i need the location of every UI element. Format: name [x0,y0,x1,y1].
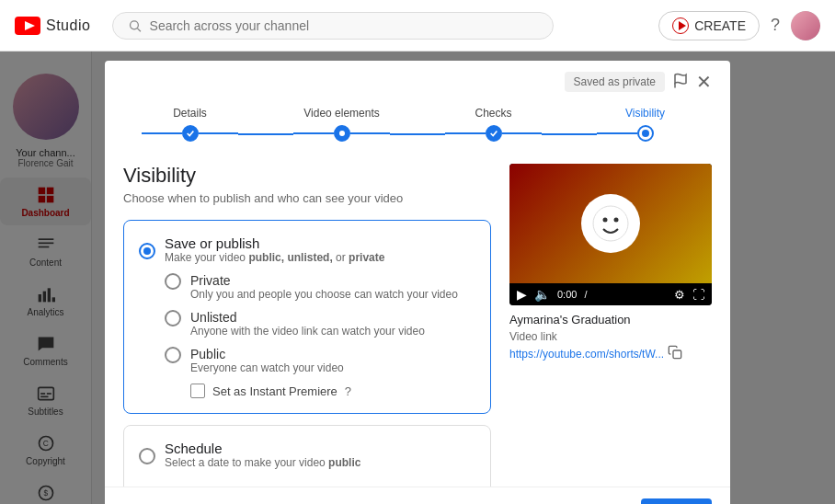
step-checks-label: Checks [475,107,511,120]
step-video-elements-circle [334,125,350,142]
close-button[interactable]: ✕ [696,73,712,91]
flag-icon [672,73,689,89]
flag-button[interactable] [672,73,689,92]
modal-header: Saved as private ✕ [105,61,730,92]
svg-point-32 [614,218,619,223]
svg-rect-33 [673,350,681,359]
youtube-icon [15,17,40,35]
sub-options: Private Only you and people you choose c… [139,273,475,398]
desc-bold: public, unlisted, [248,251,332,264]
svg-point-2 [131,20,139,29]
unlisted-radio[interactable] [165,310,181,326]
modal-header-actions: Saved as private ✕ [565,72,712,92]
video-link[interactable]: https://youtube.com/shorts/tW... [509,348,664,361]
check-icon [186,129,195,138]
topbar: Studio CREATE ? [0,0,835,52]
visibility-modal: Saved as private ✕ Details [105,61,730,504]
settings-video-button[interactable]: ⚙ [674,288,685,302]
create-icon [672,17,689,34]
unlisted-option[interactable]: Unlisted Anyone with the video link can … [165,310,475,338]
help-button[interactable]: ? [771,16,780,35]
smiley-icon [592,205,629,242]
video-preview: ▶ 🔈 0:00 / ⚙ ⛶ [509,164,712,305]
public-option[interactable]: Public Everyone can watch your video [165,347,475,374]
private-text: Private Only you and people you choose c… [190,273,458,301]
modal-footer: 50 Checks complete. No issues found. BAC… [105,487,730,504]
saved-badge: Saved as private [565,72,665,92]
video-title: Aymarina's Graduation [509,313,712,326]
copy-link-button[interactable] [668,345,682,362]
schedule-public: public [328,456,360,469]
unlisted-desc: Anyone with the video link can watch you… [190,325,425,338]
stepper: Details Video elements [105,92,730,149]
create-label: CREATE [694,18,746,33]
video-duration: / [584,289,587,300]
fullscreen-button[interactable]: ⛶ [692,288,704,302]
modal-title: Visibility [123,164,491,188]
svg-point-31 [603,218,608,223]
svg-marker-5 [679,21,686,30]
step-checks-circle [486,125,502,142]
private-desc: Only you and people you choose can watch… [190,288,458,301]
svg-point-30 [593,206,628,241]
visibility-right: ▶ 🔈 0:00 / ⚙ ⛶ Aymarina's Graduation Vid… [509,164,712,472]
video-link-row: https://youtube.com/shorts/tW... [509,345,712,362]
step-visibility: Visibility [597,107,693,142]
search-input[interactable] [150,18,539,33]
search-icon [128,18,142,33]
visibility-left: Visibility Choose when to publish and wh… [123,164,491,472]
modal-overlay: Saved as private ✕ Details [0,52,835,504]
back-button[interactable]: BACK [569,498,634,504]
premiere-checkbox[interactable] [190,384,205,398]
video-link-label: Video link [509,330,712,343]
step-visibility-circle [637,125,654,142]
volume-button[interactable]: 🔈 [534,287,550,302]
unlisted-text: Unlisted Anyone with the video link can … [190,310,425,338]
logo: Studio [15,17,90,35]
schedule-text-block: Schedule Select a date to make your vide… [165,441,360,471]
schedule-radio[interactable] [139,448,155,464]
step-details-label: Details [173,107,207,120]
step-details: Details [142,107,238,142]
private-option[interactable]: Private Only you and people you choose c… [165,273,475,301]
schedule-title: Schedule [165,441,360,456]
save-publish-title: Save or publish [165,235,384,251]
smiley-overlay [581,194,640,253]
private-label: Private [190,273,458,288]
save-publish-section: Save or publish Make your video public, … [123,220,491,414]
premiere-help[interactable]: ? [345,384,351,398]
save-publish-title-block: Save or publish Make your video public, … [165,235,384,266]
studio-label: Studio [46,17,90,34]
video-thumbnail [509,164,712,283]
schedule-section: Schedule Select a date to make your vide… [123,425,491,487]
public-label: Public [190,347,344,361]
video-time: 0:00 [557,289,577,300]
modal-body: Visibility Choose when to publish and wh… [105,149,730,487]
schedule-desc: Select a date to make your video public [165,456,360,469]
premiere-row: Set as Instant Premiere ? [165,384,475,398]
private-radio[interactable] [165,273,181,290]
play-button[interactable]: ▶ [517,287,527,302]
step-video-elements: Video elements [293,107,390,142]
create-button[interactable]: CREATE [658,11,760,40]
step-checks: Checks [445,107,542,142]
save-publish-radio[interactable] [139,243,155,259]
premiere-label: Set as Instant Premiere [212,384,337,398]
step-details-circle [182,125,199,142]
save-publish-row: Save or publish Make your video public, … [139,235,475,266]
footer-right: BACK SAVE [569,498,712,504]
public-desc: Everyone can watch your video [190,361,344,374]
avatar[interactable] [791,11,820,40]
check-icon [489,129,498,138]
step-video-elements-label: Video elements [303,107,380,120]
schedule-row[interactable]: Schedule Select a date to make your vide… [139,441,475,471]
save-button[interactable]: SAVE [641,498,712,504]
unlisted-label: Unlisted [190,310,425,325]
topbar-right: CREATE ? [658,11,820,40]
svg-line-3 [138,28,141,30]
video-controls: ▶ 🔈 0:00 / ⚙ ⛶ [509,283,712,305]
public-radio[interactable] [165,347,181,363]
search-bar[interactable] [112,12,554,40]
copy-icon [668,345,682,360]
desc-bold2: private [349,251,384,264]
